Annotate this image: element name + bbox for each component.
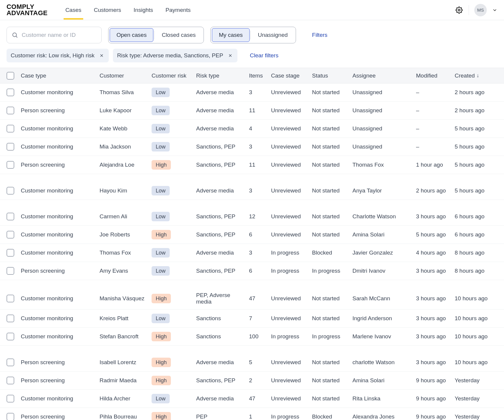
row-checkbox[interactable] — [7, 377, 14, 384]
table-row[interactable]: Person screeningPihla BourreauHighPEP1In… — [0, 408, 504, 420]
row-checkbox[interactable] — [7, 267, 14, 275]
table-row[interactable]: Customer monitoringStefan BancroftHighSa… — [0, 328, 504, 346]
brand-logo: COMPLY ADVANTAGE — [7, 4, 48, 16]
risk-badge: Low — [152, 186, 170, 195]
cell-customer-risk: Low — [152, 88, 196, 97]
row-group-gap — [0, 280, 504, 288]
table-row[interactable]: Customer monitoringMia JacksonLowSanctio… — [0, 138, 504, 156]
cell-modified: 9 hours ago — [416, 413, 455, 420]
risk-badge: Low — [152, 266, 170, 276]
col-risk-type[interactable]: Risk type — [196, 72, 249, 79]
cell-customer: Pihla Bourreau — [100, 413, 152, 420]
nav-customers[interactable]: Customers — [94, 7, 121, 19]
cell-assignee: Thomas Fox — [352, 162, 416, 168]
cell-customer: Alejandra Loe — [100, 162, 152, 168]
cell-assignee: Unassigned — [352, 143, 416, 150]
row-checkbox[interactable] — [7, 125, 14, 132]
cell-customer: Kate Webb — [100, 125, 152, 132]
cell-case-type: Customer monitoring — [21, 187, 100, 194]
row-checkbox[interactable] — [7, 395, 14, 402]
close-icon[interactable] — [228, 53, 233, 58]
cell-items: 4 — [249, 125, 271, 132]
row-checkbox[interactable] — [7, 89, 14, 96]
risk-badge: Low — [152, 124, 170, 133]
cell-risk-type: Sanctions — [196, 333, 249, 340]
cell-items: 100 — [249, 333, 271, 340]
row-checkbox[interactable] — [7, 295, 14, 302]
cell-items: 5 — [249, 359, 271, 366]
cell-case-stage: In progress — [271, 250, 312, 256]
nav-insights[interactable]: Insights — [134, 7, 153, 19]
col-items[interactable]: Items — [249, 72, 271, 79]
cell-case-type: Customer monitoring — [21, 333, 100, 340]
table-row[interactable]: Customer monitoringManisha VásquezHighPE… — [0, 288, 504, 310]
seg-scope-unassigned[interactable]: Unassigned — [251, 28, 294, 42]
col-modified[interactable]: Modified — [416, 72, 455, 79]
table-row[interactable]: Person screeningIsabell LorentzHighAdver… — [0, 353, 504, 372]
table-row[interactable]: Customer monitoringJoe RobertsHighSancti… — [0, 226, 504, 244]
row-checkbox[interactable] — [7, 359, 14, 366]
cell-customer-risk: Low — [152, 266, 196, 276]
cell-case-stage: Unreviewed — [271, 315, 312, 322]
settings-button[interactable] — [455, 6, 463, 14]
nav-cases[interactable]: Cases — [65, 7, 81, 19]
table-row[interactable]: Customer monitoringThomas SilvaLowAdvers… — [0, 83, 504, 102]
user-menu-chevron-icon[interactable] — [492, 7, 497, 13]
cell-status: Blocked — [312, 413, 352, 420]
row-checkbox[interactable] — [7, 213, 14, 220]
cell-items: 47 — [249, 395, 271, 402]
table-row[interactable]: Person screeningAlejandra LoeHighSanctio… — [0, 156, 504, 174]
cell-assignee: Unassigned — [352, 107, 416, 114]
table-row[interactable]: Customer monitoringHilda ArcherLowAdvers… — [0, 390, 504, 408]
row-checkbox[interactable] — [7, 249, 14, 257]
col-assignee[interactable]: Assignee — [352, 72, 416, 79]
col-status[interactable]: Status — [312, 72, 352, 79]
cell-customer-risk: Low — [152, 248, 196, 258]
table-row[interactable]: Customer monitoringThomas FoxLowAdverse … — [0, 244, 504, 262]
table-row[interactable]: Person screeningLuke KapoorLowAdverse me… — [0, 102, 504, 120]
col-customer-risk[interactable]: Customer risk — [152, 72, 196, 79]
table-row[interactable]: Customer monitoringKreios PlattLowSancti… — [0, 310, 504, 328]
seg-scope-my-cases[interactable]: My cases — [212, 28, 249, 42]
filters-link[interactable]: Filters — [312, 32, 327, 38]
table-row[interactable]: Customer monitoringHayou KimLowAdverse m… — [0, 182, 504, 200]
row-checkbox[interactable] — [7, 107, 14, 114]
row-checkbox[interactable] — [7, 315, 14, 322]
cell-case-stage: In progress — [271, 333, 312, 340]
row-checkbox[interactable] — [7, 187, 14, 195]
cell-case-type: Customer monitoring — [21, 125, 100, 132]
col-case-stage[interactable]: Case stage — [271, 72, 312, 79]
cell-customer-risk: High — [152, 376, 196, 385]
row-checkbox[interactable] — [7, 333, 14, 340]
table-row[interactable]: Person screeningAmy EvansLowSanctions, P… — [0, 262, 504, 280]
seg-open-open-cases[interactable]: Open cases — [110, 28, 153, 42]
user-avatar[interactable]: MS — [474, 4, 487, 16]
cell-case-type: Customer monitoring — [21, 143, 100, 150]
nav-payments[interactable]: Payments — [166, 7, 190, 19]
cell-case-type: Customer monitoring — [21, 250, 100, 256]
cell-case-type: Person screening — [21, 268, 100, 274]
cell-case-stage: Unreviewed — [271, 395, 312, 402]
row-checkbox[interactable] — [7, 143, 14, 151]
cell-modified: 2 hours ago — [416, 187, 455, 194]
row-checkbox[interactable] — [7, 161, 14, 169]
col-customer[interactable]: Customer — [100, 72, 152, 79]
cell-status: In progress — [312, 268, 352, 274]
table-row[interactable]: Customer monitoringKate WebbLowAdverse m… — [0, 120, 504, 138]
seg-open-closed-cases[interactable]: Closed cases — [155, 28, 202, 42]
select-all-checkbox[interactable] — [7, 72, 14, 80]
col-created[interactable]: Created ↓ — [455, 72, 497, 79]
search-input[interactable] — [22, 32, 97, 38]
search-box[interactable] — [7, 27, 102, 43]
cell-created: 10 hours ago — [455, 315, 497, 322]
close-icon[interactable] — [99, 53, 105, 58]
table-row[interactable]: Customer monitoringCarmen AliLowSanction… — [0, 208, 504, 226]
table-row[interactable]: Person screeningRadmir MaedaHighSanction… — [0, 372, 504, 390]
row-checkbox[interactable] — [7, 413, 14, 420]
table-header: Case type Customer Customer risk Risk ty… — [0, 68, 504, 83]
col-case-type[interactable]: Case type — [21, 72, 100, 79]
cell-status: Not started — [312, 231, 352, 238]
risk-badge: High — [152, 358, 171, 367]
row-checkbox[interactable] — [7, 231, 14, 239]
clear-filters-link[interactable]: Clear filters — [250, 52, 278, 59]
